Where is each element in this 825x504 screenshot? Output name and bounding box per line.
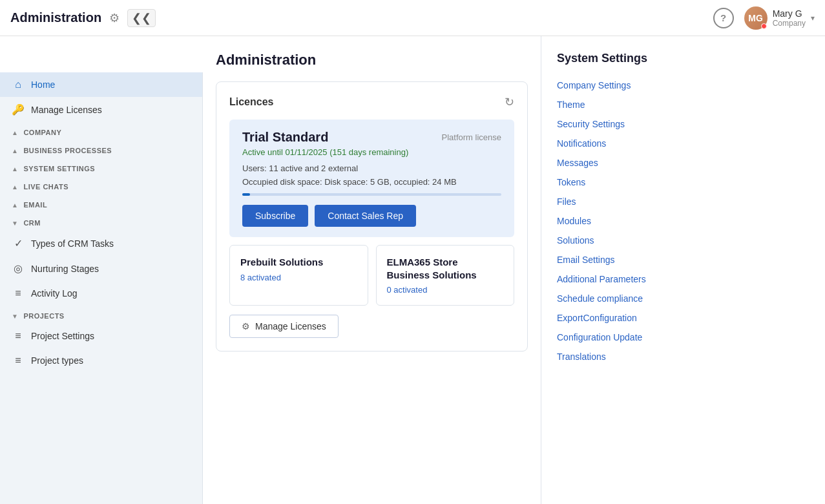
app-title: Administration bbox=[10, 10, 101, 25]
sidebar-item-nurturing-stages[interactable]: ◎ Nurturing Stages bbox=[0, 256, 202, 281]
elma-store-card[interactable]: ELMA365 Store Business Solutions 0 activ… bbox=[376, 245, 515, 306]
link-company-settings[interactable]: Company Settings bbox=[557, 76, 809, 95]
sidebar-section-crm[interactable]: ▼ CRM bbox=[0, 213, 202, 231]
sidebar-item-nurturing-label: Nurturing Stages bbox=[31, 264, 99, 274]
prebuilt-solutions-count: 8 activated bbox=[240, 273, 357, 282]
username: Mary G bbox=[773, 8, 806, 19]
sidebar-item-crm-tasks-label: Types of CRM Tasks bbox=[31, 238, 114, 249]
home-icon: ⌂ bbox=[12, 79, 25, 90]
sidebar-section-email[interactable]: ▲ EMAIL bbox=[0, 194, 202, 213]
nurturing-icon: ◎ bbox=[12, 262, 25, 275]
link-modules[interactable]: Modules bbox=[557, 211, 809, 231]
elma-store-name: ELMA365 Store Business Solutions bbox=[387, 256, 504, 281]
sidebar-item-activity-log-label: Activity Log bbox=[31, 288, 78, 299]
avatar: MG bbox=[744, 6, 768, 30]
trial-name: Trial Standard bbox=[242, 130, 328, 145]
project-types-icon: ≡ bbox=[12, 355, 25, 366]
link-files[interactable]: Files bbox=[557, 192, 809, 211]
system-settings-title: System Settings bbox=[557, 52, 809, 65]
topbar-left: Administration ⚙ ❮❮ bbox=[10, 9, 156, 27]
trial-active-text: Active until 01/11/2025 (151 days remain… bbox=[242, 147, 501, 157]
sidebar-section-company[interactable]: ▲ COMPANY bbox=[0, 122, 202, 140]
sidebar-item-project-settings[interactable]: ≡ Project Settings bbox=[0, 324, 202, 348]
link-export-configuration[interactable]: ExportConfiguration bbox=[557, 308, 809, 328]
subscribe-button[interactable]: Subscribe bbox=[242, 205, 308, 227]
system-settings-panel: System Settings Company Settings Theme S… bbox=[541, 36, 825, 504]
main-content: Administration Licences ↻ Trial Standard… bbox=[203, 36, 541, 504]
contact-sales-button[interactable]: Contact Sales Rep bbox=[315, 205, 416, 227]
link-schedule-compliance[interactable]: Schedule compliance bbox=[557, 289, 809, 308]
manage-btn-row: ⚙ Manage Licenses bbox=[229, 315, 514, 338]
sidebar-section-projects-label: PROJECTS bbox=[23, 312, 64, 320]
trial-disk-text: Occupied disk space: Disk space: 5 GB, o… bbox=[242, 177, 501, 187]
link-tokens[interactable]: Tokens bbox=[557, 173, 809, 192]
page-title: Administration bbox=[216, 52, 528, 68]
user-company: Company bbox=[773, 19, 806, 28]
topbar-right: ? MG Mary G Company ▾ bbox=[713, 6, 815, 30]
ss-chevron-icon: ▲ bbox=[12, 165, 18, 173]
manage-licenses-button[interactable]: ⚙ Manage Licenses bbox=[229, 315, 339, 338]
sidebar-section-system-settings[interactable]: ▲ SYSTEM SETTINGS bbox=[0, 158, 202, 176]
sidebar-item-manage-licenses[interactable]: 🔑 Manage Licenses bbox=[0, 97, 202, 122]
key-icon: 🔑 bbox=[12, 103, 25, 116]
link-email-settings[interactable]: Email Settings bbox=[557, 250, 809, 269]
licences-card: Licences ↻ Trial Standard Platform licen… bbox=[216, 81, 528, 352]
link-translations[interactable]: Translations bbox=[557, 347, 809, 366]
trial-card: Trial Standard Platform license Active u… bbox=[229, 120, 514, 237]
user-menu[interactable]: MG Mary G Company ▾ bbox=[744, 6, 815, 30]
refresh-icon[interactable]: ↻ bbox=[505, 95, 514, 109]
lc-chevron-icon: ▲ bbox=[12, 184, 18, 191]
link-additional-parameters[interactable]: Additional Parameters bbox=[557, 269, 809, 289]
sidebar-item-manage-licenses-label: Manage Licenses bbox=[31, 105, 102, 115]
project-settings-icon: ≡ bbox=[12, 330, 25, 342]
sidebar-section-crm-label: CRM bbox=[23, 219, 41, 227]
crm-chevron-icon: ▼ bbox=[12, 220, 18, 227]
projects-chevron-icon: ▼ bbox=[12, 313, 18, 320]
bp-chevron-icon: ▲ bbox=[12, 147, 18, 154]
link-notifications[interactable]: Notifications bbox=[557, 134, 809, 153]
manage-gear-icon: ⚙ bbox=[242, 321, 250, 331]
sidebar-section-ss-label: SYSTEM SETTINGS bbox=[23, 165, 95, 173]
sidebar-item-types-crm-tasks[interactable]: ✓ Types of CRM Tasks bbox=[0, 231, 202, 256]
sidebar-section-business-processes[interactable]: ▲ BUSINESS PROCESSES bbox=[0, 140, 202, 158]
sidebar-item-project-types[interactable]: ≡ Project types bbox=[0, 348, 202, 373]
prebuilt-solutions-card[interactable]: Prebuilt Solutions 8 activated bbox=[229, 245, 368, 306]
sidebar-section-company-label: COMPANY bbox=[23, 129, 61, 136]
licences-title: Licences bbox=[229, 96, 273, 108]
user-menu-chevron-icon: ▾ bbox=[811, 14, 815, 23]
activity-log-icon: ≡ bbox=[12, 288, 25, 299]
sidebar-item-activity-log[interactable]: ≡ Activity Log bbox=[0, 281, 202, 306]
avatar-status-dot bbox=[761, 23, 767, 29]
sidebar-section-lc-label: LIVE CHATS bbox=[23, 183, 68, 191]
prebuilt-solutions-name: Prebuilt Solutions bbox=[240, 256, 357, 269]
link-configuration-update[interactable]: Configuration Update bbox=[557, 328, 809, 347]
solutions-row: Prebuilt Solutions 8 activated ELMA365 S… bbox=[229, 245, 514, 306]
crm-tasks-icon: ✓ bbox=[12, 237, 25, 249]
settings-icon[interactable]: ⚙ bbox=[109, 11, 120, 25]
manage-licenses-label: Manage Licenses bbox=[255, 321, 326, 331]
link-messages[interactable]: Messages bbox=[557, 153, 809, 173]
link-theme[interactable]: Theme bbox=[557, 95, 809, 114]
user-info: Mary G Company bbox=[773, 8, 806, 28]
sidebar: ⌂ Home 🔑 Manage Licenses ▲ COMPANY ▲ BUS… bbox=[0, 72, 203, 504]
trial-top: Trial Standard Platform license bbox=[242, 130, 501, 145]
sidebar-section-projects[interactable]: ▼ PROJECTS bbox=[0, 306, 202, 324]
sidebar-item-project-settings-label: Project Settings bbox=[31, 331, 94, 341]
elma-store-count: 0 activated bbox=[387, 285, 504, 295]
trial-users-text: Users: 11 active and 2 external bbox=[242, 163, 501, 173]
trial-type: Platform license bbox=[442, 132, 501, 142]
help-button[interactable]: ? bbox=[713, 8, 734, 28]
company-chevron-icon: ▲ bbox=[12, 129, 18, 136]
sidebar-section-bp-label: BUSINESS PROCESSES bbox=[23, 147, 112, 154]
sidebar-section-email-label: EMAIL bbox=[23, 201, 47, 209]
trial-buttons: Subscribe Contact Sales Rep bbox=[242, 205, 501, 227]
link-security-settings[interactable]: Security Settings bbox=[557, 114, 809, 134]
sidebar-item-home[interactable]: ⌂ Home bbox=[0, 72, 202, 97]
sidebar-item-project-types-label: Project types bbox=[31, 355, 83, 366]
sidebar-section-live-chats[interactable]: ▲ LIVE CHATS bbox=[0, 176, 202, 194]
collapse-sidebar-button[interactable]: ❮❮ bbox=[127, 9, 156, 27]
trial-progress-bar bbox=[242, 193, 501, 196]
link-solutions[interactable]: Solutions bbox=[557, 231, 809, 250]
sidebar-item-home-label: Home bbox=[31, 79, 55, 90]
licences-header: Licences ↻ bbox=[229, 95, 514, 109]
